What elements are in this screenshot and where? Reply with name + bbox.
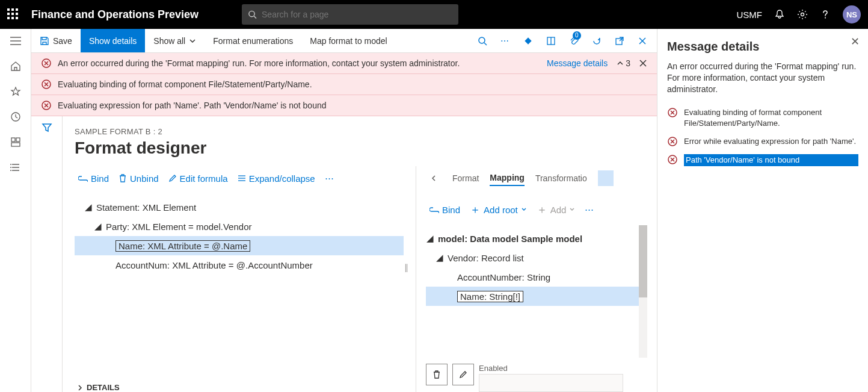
list-icon [238,174,246,182]
format-enum-label: Format enumerations [213,36,293,46]
nav-home-icon[interactable] [10,60,22,72]
delete-button[interactable] [426,364,448,385]
save-button[interactable]: Save [31,29,81,52]
svg-line-17 [484,43,487,45]
plus-icon: ＋ [470,205,481,214]
mapping-scrollbar[interactable] [639,225,647,358]
search-input[interactable] [262,10,452,19]
tree-row-selected[interactable]: Name: XML Attribute = @.Name [75,236,404,255]
unbind-button[interactable]: Unbind [115,171,162,186]
breadcrumb: SAMPLE FORMAT B : 2 [63,127,657,136]
nav-hamburger-icon[interactable] [10,35,22,47]
user-avatar[interactable]: NS [843,5,861,23]
nav-rail [0,29,31,392]
app-title: Finance and Operations Preview [31,8,199,21]
svg-rect-18 [525,37,531,44]
right-toolbar: Bind ＋Add root ＋Add ⋯ [426,198,647,222]
show-all-button[interactable]: Show all [145,29,205,52]
error-banner-3: Evaluating expression for path 'Name'. P… [31,95,657,116]
error-icon [667,136,678,147]
collapse-icon[interactable]: ◢ [84,202,93,213]
message-item-selected[interactable]: Path 'Vendor/Name' is not bound [667,151,858,170]
overflow-menu-icon[interactable]: ⋯ [494,29,516,53]
filter-icon[interactable] [42,122,52,392]
tab-transformations[interactable]: Transformatio [535,171,587,185]
collapse-banners-button[interactable]: 3 [616,58,630,68]
settings-icon[interactable] [797,9,808,20]
enabled-label: Enabled [479,364,623,373]
save-icon [40,36,49,46]
svg-point-2 [801,13,804,16]
nav-modules-icon[interactable] [10,161,22,173]
map-format-button[interactable]: Map format to model [301,29,395,52]
banner-count: 3 [626,58,630,68]
edit-formula-button[interactable]: Edit formula [165,171,232,186]
popout-icon[interactable] [609,29,630,53]
message-details-panel: ✕ Message details An error occurred duri… [657,29,868,392]
tabs-prev-icon[interactable] [426,170,442,186]
message-item[interactable]: Error while evaluating expression for pa… [667,132,858,151]
global-search[interactable] [242,4,458,25]
collapse-icon[interactable]: ◢ [436,252,444,263]
nav-workspaces-icon[interactable] [10,136,22,148]
message-item[interactable]: Evaluating binding of format component F… [667,104,858,132]
show-details-button[interactable]: Show details [81,29,145,52]
collapse-icon[interactable]: ◢ [426,233,434,244]
details-section-toggle[interactable]: DETAILS [75,377,404,392]
tree-row[interactable]: ◢Vendor: Record list [426,248,639,267]
add-root-button[interactable]: ＋Add root [466,202,531,217]
tabs-next-icon[interactable] [598,170,614,186]
tree-row[interactable]: ◢Party: XML Element = model.Vendor [75,217,404,236]
attachments-icon[interactable]: 0 [563,29,585,53]
expand-collapse-button[interactable]: Expand/collapse [234,171,319,186]
refresh-icon[interactable] [586,29,608,53]
diamond-icon[interactable] [517,29,539,53]
app-launcher-icon[interactable] [7,8,19,20]
close-page-icon[interactable] [632,29,653,53]
tree-row-highlight[interactable]: Name: String[!] [426,287,639,306]
tree-row[interactable]: ◢model: Data model Sample model [426,229,639,248]
bind-button[interactable]: Bind [426,202,464,217]
save-label: Save [53,36,72,46]
top-bar: Finance and Operations Preview USMF NS [0,0,868,29]
format-tree-pane: Bind Unbind Edit formula Expand/collapse… [63,166,416,392]
bind-button[interactable]: Bind [75,171,112,186]
page-options-icon[interactable] [540,29,562,53]
pencil-icon [458,370,468,379]
left-overflow-icon[interactable]: ⋯ [321,170,339,186]
enabled-field[interactable] [479,374,623,392]
tab-mapping[interactable]: Mapping [490,170,525,186]
trash-icon [432,370,442,379]
tab-format[interactable]: Format [452,171,479,185]
trash-icon [119,174,127,182]
edit-button[interactable] [452,364,474,385]
pane-splitter-icon[interactable]: ∥ [404,263,408,272]
message-item-text: Path 'Vendor/Name' is not bound [684,154,858,166]
banner-3-text: Evaluating expression for path 'Name'. P… [58,101,327,110]
pencil-icon [168,174,177,182]
svg-rect-8 [16,138,20,142]
mapping-pane: Format Mapping Transformatio Bind ＋Add r… [416,166,657,392]
nav-favorites-icon[interactable] [10,86,22,98]
close-banner-icon[interactable] [639,59,647,67]
notifications-icon[interactable] [774,9,785,20]
search-icon [248,10,257,19]
tree-row[interactable]: AccountNumber: String [426,267,639,287]
svg-point-14 [10,167,11,168]
link-icon [78,175,88,182]
company-picker[interactable]: USMF [737,10,763,20]
format-enumerations-button[interactable]: Format enumerations [205,29,301,52]
close-panel-icon[interactable]: ✕ [851,35,860,48]
error-icon [41,100,52,111]
help-icon[interactable] [820,9,831,20]
collapse-icon[interactable]: ◢ [94,221,102,232]
message-details-link[interactable]: Message details [547,58,608,68]
action-search-icon[interactable] [472,29,493,53]
right-overflow-icon[interactable]: ⋯ [581,202,599,217]
nav-recent-icon[interactable] [10,111,22,123]
tree-row[interactable]: AccountNum: XML Attribute = @.AccountNum… [75,255,404,275]
tree-row[interactable]: ◢Statement: XML Element [75,198,404,217]
plus-icon: ＋ [537,205,547,214]
chevron-down-icon [569,207,575,213]
svg-point-15 [10,170,11,171]
